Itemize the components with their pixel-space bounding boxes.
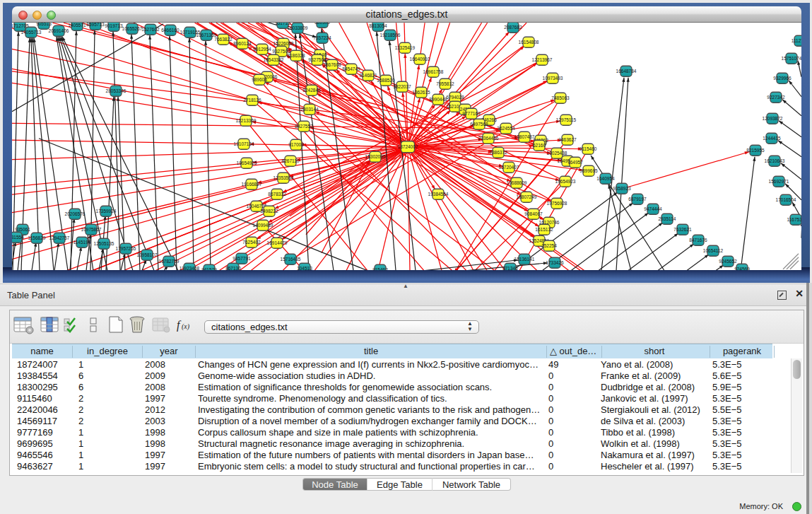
svg-text:20364436: 20364436: [478, 135, 499, 140]
svg-text:8427552: 8427552: [295, 123, 313, 128]
svg-text:28053346: 28053346: [106, 88, 126, 93]
svg-text:8267110: 8267110: [282, 158, 300, 163]
svg-text:1405571: 1405571: [68, 23, 86, 28]
svg-text:f: f: [177, 319, 182, 332]
svg-text:12505135: 12505135: [94, 240, 114, 245]
svg-text:15136141: 15136141: [514, 256, 535, 261]
svg-text:20206576: 20206576: [65, 211, 86, 216]
svg-text:1167533: 1167533: [787, 216, 801, 221]
svg-text:931554: 931554: [12, 234, 24, 239]
svg-text:9242848: 9242848: [302, 87, 321, 92]
svg-text:19756928: 19756928: [547, 200, 567, 205]
svg-text:3498222: 3498222: [260, 208, 278, 213]
svg-text:2718126: 2718126: [243, 97, 261, 102]
svg-text:16648784: 16648784: [616, 68, 637, 73]
svg-text:867130: 867130: [225, 265, 241, 270]
svg-text:1145194: 1145194: [73, 239, 91, 244]
svg-text:7625402: 7625402: [242, 239, 261, 244]
svg-text:11325419: 11325419: [395, 45, 416, 49]
svg-text:15751074: 15751074: [782, 55, 801, 60]
svg-text:15302095: 15302095: [365, 153, 386, 158]
svg-text:7386372: 7386372: [489, 149, 507, 154]
svg-text:6794028: 6794028: [446, 94, 464, 99]
svg-text:10975867: 10975867: [81, 226, 102, 231]
svg-text:989608: 989608: [252, 76, 267, 81]
svg-text:15720407: 15720407: [499, 164, 519, 169]
svg-text:8678332: 8678332: [268, 191, 286, 196]
svg-text:8215955: 8215955: [746, 147, 765, 152]
svg-text:1362615: 1362615: [412, 89, 430, 94]
svg-text:16782759: 16782759: [159, 258, 180, 263]
svg-text:11923468: 11923468: [180, 265, 200, 270]
svg-text:12213369: 12213369: [236, 117, 257, 122]
svg-text:17359924: 17359924: [96, 208, 117, 213]
svg-text:252254: 252254: [541, 243, 557, 247]
svg-text:8813054: 8813054: [369, 23, 387, 28]
svg-text:3822037: 3822037: [393, 83, 411, 88]
svg-text:10807487: 10807487: [514, 134, 535, 139]
svg-text:9329966: 9329966: [773, 75, 792, 80]
svg-text:19107134: 19107134: [234, 141, 254, 146]
svg-text:1733426: 1733426: [546, 259, 564, 264]
svg-text:6879197: 6879197: [628, 196, 647, 201]
svg-text:9146821: 9146821: [359, 72, 377, 77]
svg-text:935061: 935061: [15, 226, 30, 231]
svg-text:16033809: 16033809: [288, 25, 308, 30]
svg-text:3624554: 3624554: [497, 125, 515, 130]
svg-text:1588520: 1588520: [377, 77, 395, 82]
svg-text:9777169: 9777169: [462, 110, 481, 115]
svg-text:6466160: 6466160: [161, 27, 180, 32]
svg-text:16543382: 16543382: [264, 57, 284, 62]
svg-text:871346: 871346: [502, 265, 518, 270]
svg-text:8990448: 8990448: [429, 96, 447, 101]
svg-text:12093872: 12093872: [763, 115, 783, 120]
svg-text:10958107: 10958107: [137, 252, 158, 257]
svg-text:10973493: 10973493: [543, 75, 563, 80]
svg-text:18807249: 18807249: [517, 194, 537, 199]
svg-text:104513: 104513: [297, 265, 312, 270]
svg-text:164957: 164957: [567, 159, 583, 164]
svg-text:10025438: 10025438: [547, 150, 567, 155]
svg-text:15692971: 15692971: [769, 178, 789, 183]
svg-text:8471676: 8471676: [689, 237, 707, 242]
svg-text:19384554: 19384554: [428, 191, 449, 196]
svg-text:7632621: 7632621: [673, 226, 692, 231]
svg-text:19654925: 19654925: [237, 160, 257, 165]
svg-text:9227342: 9227342: [767, 94, 785, 99]
svg-text:20691406: 20691406: [49, 28, 69, 33]
svg-text:17957255: 17957255: [116, 245, 136, 250]
svg-text:9358923: 9358923: [613, 185, 631, 190]
svg-text:8912954: 8912954: [253, 46, 271, 51]
svg-text:1615132: 1615132: [535, 226, 553, 231]
svg-text:7485063: 7485063: [551, 95, 570, 100]
svg-text:62160: 62160: [533, 142, 546, 147]
svg-text:16961758: 16961758: [423, 69, 444, 74]
svg-text:2867608: 2867608: [323, 62, 341, 66]
svg-text:917008: 917008: [288, 141, 304, 146]
svg-text:16640910: 16640910: [410, 56, 430, 61]
svg-text:15226058: 15226058: [273, 40, 294, 45]
svg-text:9327508: 9327508: [308, 57, 326, 62]
svg-text:1640954: 1640954: [596, 175, 615, 180]
svg-text:19166827: 19166827: [242, 181, 262, 186]
svg-text:12942757: 12942757: [49, 235, 70, 240]
svg-text:9457791: 9457791: [233, 255, 251, 260]
svg-text:10688609: 10688609: [507, 180, 527, 185]
svg-text:9899695: 9899695: [579, 168, 598, 173]
svg-text:12213967: 12213967: [532, 57, 553, 62]
svg-text:9115460: 9115460: [579, 146, 597, 151]
svg-text:905513: 905513: [36, 23, 52, 26]
svg-text:8454749: 8454749: [342, 66, 360, 71]
svg-text:(x): (x): [182, 322, 190, 331]
svg-text:8186328: 8186328: [287, 52, 305, 57]
svg-text:7357224: 7357224: [313, 35, 331, 40]
svg-text:915462: 915462: [372, 267, 388, 270]
svg-text:19654923: 19654923: [555, 178, 576, 183]
svg-text:1112705: 1112705: [792, 37, 801, 42]
svg-text:15716485: 15716485: [281, 256, 301, 261]
svg-text:8595713: 8595713: [86, 23, 105, 27]
svg-text:12353594: 12353594: [273, 175, 294, 180]
svg-text:9474444: 9474444: [644, 206, 662, 211]
svg-text:1527602: 1527602: [141, 26, 160, 31]
svg-text:14055713: 14055713: [21, 29, 42, 34]
